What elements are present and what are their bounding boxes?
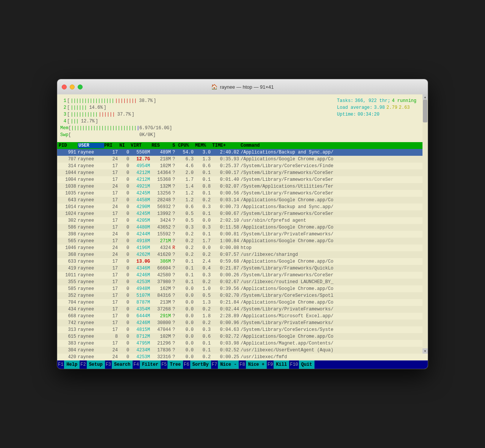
table-row[interactable]: 1024 raynee 17 0 4245M 13992 ? 0.5 0.1 0… (57, 210, 422, 217)
close-button[interactable] (62, 85, 67, 89)
table-row[interactable]: 585 raynee 17 0 4948M 162M ? 0.0 1.0 0:3… (57, 285, 422, 292)
col-virt: 4246M (131, 272, 152, 278)
col-cpu: 0.0 (178, 286, 195, 292)
col-user: raynee (78, 245, 104, 251)
table-row[interactable]: 615 raynee 8 0 8712M 102M ? 0.0 0.6 0:02… (57, 333, 422, 340)
col-time: 0:00.67 (212, 211, 241, 217)
scrollbar-thumb[interactable] (423, 100, 427, 122)
col-s: ? (172, 163, 178, 169)
fn-item-nice +[interactable]: F8 Nice + (239, 360, 267, 369)
col-res: 42580 (152, 272, 172, 278)
th-pid[interactable]: PID (59, 143, 78, 148)
table-row[interactable]: 643 raynee 17 0 4458M 28248 ? 1.2 0.2 0:… (57, 197, 422, 204)
fn-label[interactable]: Quit (299, 360, 314, 369)
window-title: 🏠 raynee — htop — 91×41 (211, 84, 274, 90)
table-row[interactable]: 633 raynee 17 0 13.0G 386M ? 0.1 2.4 0:5… (57, 258, 422, 265)
table-row[interactable]: 398 raynee 24 0 4244M 15592 ? 0.2 0.1 0:… (57, 231, 422, 238)
scrollbar[interactable]: ▲ ▼ (422, 94, 428, 354)
table-row[interactable]: 742 raynee 17 0 4246M 30800 ? 0.0 0.2 0:… (57, 320, 422, 326)
fn-item-kill[interactable]: F9 Kill (267, 360, 289, 369)
col-mem: 1.7 (195, 238, 212, 244)
th-s[interactable]: S (172, 143, 178, 148)
table-row[interactable]: 1046 raynee 24 0 4196M 4324 R 0.2 0.0 0:… (57, 244, 422, 251)
col-mem: 1.3 (195, 299, 212, 305)
table-row[interactable]: 1004 raynee 17 0 4212M 15368 ? 1.7 0.1 0… (57, 176, 422, 183)
fn-item-sortby[interactable]: F6 SortBy (183, 360, 211, 369)
scrollbar-track[interactable] (422, 100, 428, 348)
th-ni[interactable]: NI (119, 143, 131, 148)
fn-item-nice -[interactable]: F7 Nice - (211, 360, 239, 369)
th-pri[interactable]: PRI (104, 143, 119, 148)
table-row[interactable]: 1011 raynee 17 0 4246M 42580 ? 0.1 0.3 0… (57, 272, 422, 279)
fn-label[interactable]: SortBy (190, 360, 211, 369)
scroll-down-button[interactable]: ▼ (422, 348, 428, 354)
table-row[interactable]: 668 raynee 17 0 6444M 291M ? 0.0 1.8 2:2… (57, 313, 422, 320)
maximize-button[interactable] (78, 85, 83, 89)
load3: 2.63 (399, 104, 410, 111)
col-s: ? (172, 156, 178, 162)
th-cmd[interactable]: Command (241, 143, 421, 148)
fn-label[interactable]: Tree (167, 360, 183, 369)
col-mem: 0.6 (195, 163, 212, 169)
fn-label[interactable]: Nice + (246, 360, 267, 369)
col-res: 291M (152, 313, 172, 319)
table-row[interactable]: 565 raynee 17 0 4918M 271M ? 0.2 1.7 1:0… (57, 238, 422, 244)
minimize-button[interactable] (70, 85, 75, 89)
col-virt: 4234M (131, 347, 152, 353)
th-user[interactable]: USER (78, 143, 104, 148)
th-time[interactable]: TIME+ (212, 143, 241, 148)
fn-item-filter[interactable]: F4 Filter (133, 360, 161, 369)
col-ni: 0 (119, 204, 131, 210)
table-row[interactable]: 368 raynee 24 0 4262M 41620 ? 0.2 0.2 0:… (57, 251, 422, 258)
table-row[interactable]: 704 raynee 17 0 8787M 213M ? 0.0 1.3 0:2… (57, 299, 422, 306)
fn-label[interactable]: Help (64, 360, 80, 369)
col-ni: 0 (119, 211, 131, 217)
fn-label[interactable]: Nice - (218, 360, 239, 369)
col-res: 102M (152, 334, 172, 340)
table-row[interactable]: 419 raynee 17 0 4346M 66604 ? 0.1 0.4 0:… (57, 265, 422, 272)
fn-item-search[interactable]: F3 Search (105, 360, 133, 369)
th-cpu[interactable]: CPU% (178, 143, 195, 148)
th-virt[interactable]: VIRT (131, 143, 152, 148)
fn-label[interactable]: Kill (274, 360, 289, 369)
col-virt: 4253M (131, 279, 152, 285)
col-cmd: /Applications/Backup and Sync.app/ (241, 204, 421, 210)
table-row[interactable]: 1035 raynee 17 0 4245M 13256 ? 1.2 0.1 0… (57, 190, 422, 197)
table-row[interactable]: 991 raynee 17 0 5508M 489M ? 54.0 3.0 2:… (57, 149, 422, 156)
table-row[interactable]: 302 raynee 17 0 4205M 3424 ? 0.5 0.0 2:0… (57, 217, 422, 224)
table-row[interactable]: 434 raynee 17 0 4354M 37268 ? 0.0 0.2 0:… (57, 306, 422, 313)
col-ni: 0 (119, 245, 131, 251)
table-row[interactable]: 355 raynee 17 0 4253M 37980 ? 0.1 0.2 0:… (57, 279, 422, 285)
fn-label[interactable]: Search (112, 360, 133, 369)
col-pid: 991 (59, 149, 78, 155)
th-res[interactable]: RES (152, 143, 172, 148)
col-mem: 1.0 (195, 286, 212, 292)
col-mem: 0.0 (195, 245, 212, 251)
col-cpu: 1.4 (178, 183, 195, 190)
col-res: 386M (152, 258, 172, 265)
col-user: raynee (78, 272, 104, 278)
col-pri: 17 (104, 306, 119, 312)
fn-item-quit[interactable]: F10 Quit (289, 360, 314, 369)
col-user: raynee (78, 306, 104, 312)
fn-item-setup[interactable]: F2 Setup (80, 360, 105, 369)
table-row[interactable]: 352 raynee 17 0 5107M 84316 ? 0.0 0.5 0:… (57, 292, 422, 299)
table-row[interactable]: 314 raynee 17 0 4954M 102M ? 4.6 0.6 0:2… (57, 163, 422, 169)
table-row[interactable]: 1014 raynee 24 0 4290M 56932 ? 0.6 0.3 0… (57, 204, 422, 210)
table-row[interactable]: 1044 raynee 17 0 4212M 14364 ? 2.0 0.1 0… (57, 169, 422, 176)
fn-label[interactable]: Setup (87, 360, 105, 369)
table-row[interactable]: 707 raynee 24 0 12.7G 218M ? 6.3 1.3 0:3… (57, 156, 422, 163)
table-row[interactable]: 1038 raynee 24 0 4921M 132M ? 1.4 0.8 0:… (57, 183, 422, 190)
table-row[interactable]: 304 raynee 24 0 4234M 17836 ? 0.0 0.1 0:… (57, 347, 422, 354)
fn-item-tree[interactable]: F5 Tree (161, 360, 183, 369)
fn-label[interactable]: Filter (140, 360, 161, 369)
table-row[interactable]: 586 raynee 17 0 4480M 43652 ? 0.3 0.3 0:… (57, 224, 422, 231)
col-mem: 0.1 (195, 347, 212, 353)
fn-item-help[interactable]: F1 Help (57, 360, 80, 369)
cpu4-pct: 12.7% (81, 119, 95, 124)
table-row[interactable]: 420 raynee 24 0 4253M 32316 ? 0.0 0.2 0:… (57, 354, 422, 360)
th-mem[interactable]: MEM% (195, 143, 212, 148)
scroll-up-button[interactable]: ▲ (422, 94, 428, 100)
table-row[interactable]: 383 raynee 17 0 4795M 21296 ? 0.0 0.1 0:… (57, 340, 422, 347)
table-row[interactable]: 313 raynee 17 0 4815M 47044 ? 0.0 0.3 0:… (57, 326, 422, 333)
